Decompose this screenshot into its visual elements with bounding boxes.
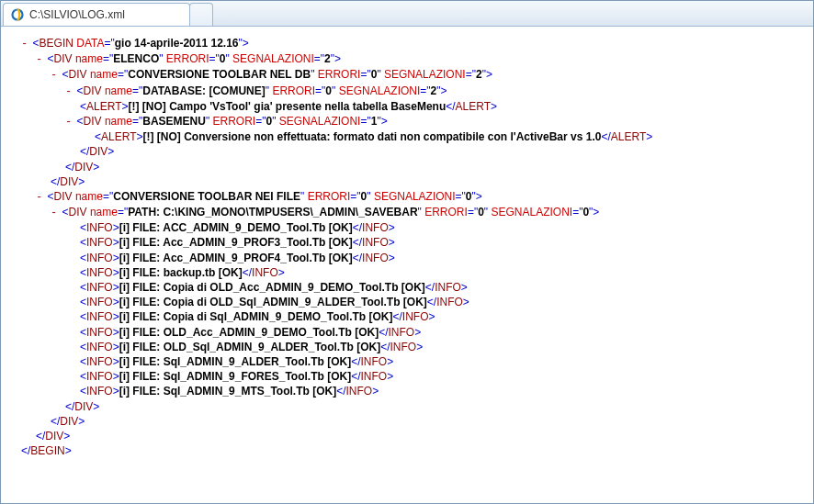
tab-active[interactable]: C:\SILVIO\LOG.xml bbox=[3, 3, 190, 26]
alert-line: <ALERT>[!] [NO] Conversione non effettua… bbox=[95, 129, 808, 144]
collapse-toggle[interactable]: - bbox=[51, 207, 57, 219]
collapse-toggle[interactable]: - bbox=[65, 85, 72, 98]
ie-icon bbox=[11, 8, 24, 21]
info-line: <INFO>[i] FILE: Acc_ADMIN_9_PROF3_Tool.T… bbox=[80, 235, 808, 250]
svg-point-0 bbox=[13, 10, 23, 20]
info-line: <INFO>[i] FILE: Sql_ADMIN_9_FORES_Tool.T… bbox=[80, 369, 808, 384]
collapse-toggle[interactable]: - bbox=[65, 116, 72, 129]
xml-content: - <BEGIN DATA="gio 14-aprile-2011 12.16"… bbox=[1, 27, 813, 503]
close-div: </DIV> bbox=[51, 174, 808, 189]
collapse-toggle[interactable]: - bbox=[51, 69, 57, 82]
close-div: </DIV> bbox=[36, 429, 808, 443]
close-div: </DIV> bbox=[65, 399, 808, 414]
info-line: <INFO>[i] FILE: ACC_ADMIN_9_DEMO_Tool.Tb… bbox=[80, 220, 808, 235]
collapse-toggle[interactable]: - bbox=[21, 38, 28, 50]
browser-window: C:\SILVIO\LOG.xml - <BEGIN DATA="gio 14-… bbox=[0, 0, 814, 504]
collapse-toggle[interactable]: - bbox=[36, 191, 42, 204]
collapse-toggle[interactable]: - bbox=[36, 53, 42, 66]
info-line: <INFO>[i] FILE: backup.tb [OK]</INFO> bbox=[80, 265, 808, 280]
div-elenco: - <DIV name="ELENCO" ERRORI="0" SEGNALAZ… bbox=[36, 51, 808, 67]
info-line: <INFO>[i] FILE: Copia di Sql_ADMIN_9_DEM… bbox=[80, 309, 808, 324]
info-line: <INFO>[i] FILE: Sql_ADMIN_9_ALDER_Tool.T… bbox=[80, 354, 808, 369]
div-path: - <DIV name="PATH: C:\KING_MONO\TMPUSERS… bbox=[51, 205, 808, 220]
info-line: <INFO>[i] FILE: OLD_Acc_ADMIN_9_DEMO_Too… bbox=[80, 325, 808, 340]
tab-bar: C:\SILVIO\LOG.xml bbox=[1, 1, 813, 27]
div-conv-db: - <DIV name="CONVERSIONE TOOLBAR NEL DB"… bbox=[51, 67, 808, 83]
div-database: - <DIV name="DATABASE: [COMUNE]" ERRORI=… bbox=[65, 84, 808, 99]
info-line: <INFO>[i] FILE: Copia di OLD_Sql_ADMIN_9… bbox=[80, 295, 808, 309]
info-line: <INFO>[i] FILE: OLD_Sql_ADMIN_9_ALDER_To… bbox=[80, 340, 808, 354]
close-begin: </BEGIN> bbox=[21, 443, 808, 458]
div-conv-file: - <DIV name="CONVERSIONE TOOLBAR NEI FIL… bbox=[36, 189, 808, 205]
tab-title: C:\SILVIO\LOG.xml bbox=[29, 8, 125, 21]
alert-line: <ALERT>[!] [NO] Campo 'VsTool' gia' pres… bbox=[80, 99, 808, 114]
new-tab-button[interactable] bbox=[189, 3, 213, 26]
info-line: <INFO>[i] FILE: Acc_ADMIN_9_PROF4_Tool.T… bbox=[80, 251, 808, 265]
close-div: </DIV> bbox=[51, 414, 808, 429]
div-basemenu: - <DIV name="BASEMENU" ERRORI="0" SEGNAL… bbox=[65, 114, 808, 129]
info-line: <INFO>[i] FILE: Copia di OLD_Acc_ADMIN_9… bbox=[80, 280, 808, 295]
begin-open: - <BEGIN DATA="gio 14-aprile-2011 12.16"… bbox=[21, 36, 808, 51]
close-div: </DIV> bbox=[65, 160, 808, 174]
info-line: <INFO>[i] FILE: Sql_ADMIN_9_MTS_Tool.Tb … bbox=[80, 384, 808, 398]
close-div: </DIV> bbox=[80, 144, 808, 159]
